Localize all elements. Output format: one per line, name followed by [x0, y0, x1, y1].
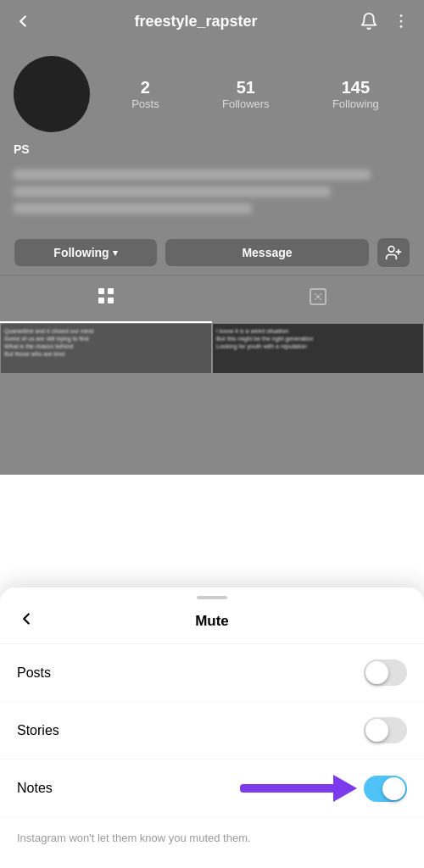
profile-info: 2 Posts 51 Followers 145 Following: [0, 42, 424, 139]
bio-section: [0, 163, 424, 231]
action-buttons: Following ▾ Message: [0, 231, 424, 275]
grid-icon: [96, 286, 116, 311]
notifications-button[interactable]: [360, 12, 378, 31]
stories-toggle-label: Stories: [17, 723, 59, 738]
purple-arrow-container: [240, 775, 357, 802]
mute-bottom-sheet: Mute Posts Stories Notes Ins: [0, 587, 424, 868]
posts-preview: Quarantine and it closed our mindSome of…: [0, 323, 424, 374]
stories-toggle-row: Stories: [0, 702, 424, 760]
svg-point-2: [400, 25, 403, 28]
tab-tagged[interactable]: [212, 275, 424, 323]
following-button[interactable]: Following ▾: [14, 238, 158, 267]
avatar: [14, 56, 90, 132]
notes-toggle[interactable]: [364, 776, 407, 802]
post-thumb-2[interactable]: I know it is a weird situationBut this m…: [213, 324, 423, 373]
posts-count: 2: [141, 78, 150, 97]
tagged-icon: [308, 287, 328, 312]
stories-toggle-thumb: [365, 719, 388, 742]
arrow-head: [333, 775, 357, 802]
following-count: 145: [342, 78, 370, 97]
svg-point-1: [400, 20, 403, 23]
svg-point-3: [388, 247, 394, 253]
top-bar: freestyle_rapster: [0, 0, 424, 42]
followers-label: Followers: [222, 97, 270, 110]
profile-username: freestyle_rapster: [134, 13, 257, 31]
stats-row: 2 Posts 51 Followers 145 Following: [100, 78, 410, 110]
drag-handle-bar: [197, 596, 227, 599]
post-thumb-1[interactable]: Quarantine and it closed our mindSome of…: [1, 324, 211, 373]
svg-rect-6: [98, 288, 104, 294]
notes-toggle-row: Notes: [0, 760, 424, 818]
back-button[interactable]: [14, 12, 32, 31]
chevron-down-icon: ▾: [113, 248, 118, 259]
drag-handle: [0, 587, 424, 603]
more-options-button[interactable]: [392, 12, 410, 31]
following-stat[interactable]: 145 Following: [332, 78, 379, 110]
svg-point-11: [317, 296, 319, 298]
posts-label: Posts: [131, 97, 159, 110]
posts-toggle-label: Posts: [17, 665, 51, 681]
bio-line-3: [14, 203, 252, 214]
posts-stat[interactable]: 2 Posts: [131, 78, 159, 110]
sheet-title: Mute: [195, 613, 229, 630]
svg-point-0: [400, 14, 403, 17]
tab-bar: [0, 275, 424, 323]
message-button[interactable]: Message: [165, 238, 370, 267]
following-label: Following: [332, 97, 379, 110]
svg-rect-7: [108, 288, 114, 294]
mute-footer-note: Instagram won't let them know you muted …: [0, 818, 424, 848]
post-text-1: Quarantine and it closed our mindSome of…: [4, 327, 93, 358]
tab-grid[interactable]: [0, 275, 212, 323]
followers-count: 51: [237, 78, 255, 97]
posts-toggle-thumb: [365, 661, 388, 684]
profile-initials: PS: [0, 139, 424, 163]
sheet-back-button[interactable]: [17, 609, 36, 633]
bio-line-1: [14, 170, 371, 180]
bio-line-2: [14, 186, 331, 197]
followers-stat[interactable]: 51 Followers: [222, 78, 270, 110]
add-friend-button[interactable]: [377, 237, 410, 268]
post-text-2: I know it is a weird situationBut this m…: [216, 327, 313, 350]
notes-toggle-thumb: [382, 777, 405, 800]
notes-toggle-label: Notes: [17, 781, 53, 796]
svg-rect-9: [108, 298, 114, 303]
stories-toggle[interactable]: [364, 717, 407, 743]
posts-toggle-row: Posts: [0, 644, 424, 702]
posts-toggle[interactable]: [364, 659, 407, 686]
arrow-shaft: [240, 784, 333, 793]
top-bar-icons: [360, 12, 410, 31]
sheet-header: Mute: [0, 603, 424, 644]
svg-rect-8: [98, 298, 104, 303]
